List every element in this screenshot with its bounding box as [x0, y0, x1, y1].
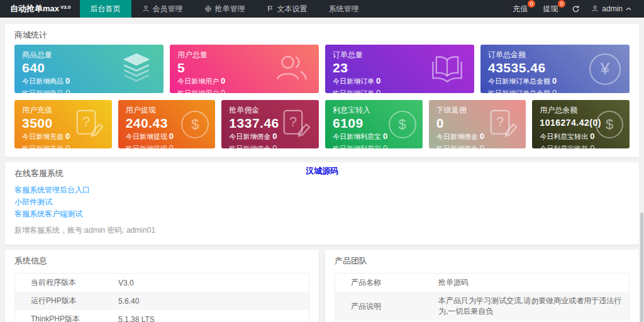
- table-row: 当前程序版本V3.0: [15, 274, 309, 292]
- stats-row-2: 用户充值3500今日新增充值0昨日新增充值0?用户提现240.43今日新增提现0…: [5, 100, 639, 148]
- card-yesterday: 昨日新增佣金0: [436, 143, 519, 148]
- system-info-table: 当前程序版本V3.0运行PHP版本5.6.40ThinkPHP版本5.1.38 …: [14, 273, 309, 322]
- user-icon: [591, 5, 599, 13]
- nav-item-后台首页[interactable]: 后台首页: [80, 0, 131, 18]
- table-row: 产品名称抢单源码: [335, 274, 630, 292]
- nav-item-label: 系统管理: [329, 4, 359, 14]
- row-label: 当前程序版本: [15, 274, 112, 292]
- dollar-circle-icon: $: [596, 111, 623, 138]
- card-yesterday: 昨日新增订单0: [333, 87, 467, 93]
- row-label: ThinkPHP版本: [15, 310, 112, 322]
- nav-item-label: 后台首页: [91, 4, 121, 14]
- recharge-badge: 0: [528, 0, 535, 8]
- stats-panel: 商城统计 商品总量640今日新增商品0昨日新增商品0用户总量5今日新增用户0昨日…: [5, 24, 639, 157]
- service-link[interactable]: 客服系统管理后台入口: [14, 184, 630, 196]
- card-yesterday: 昨日新增订单总金额0: [488, 87, 622, 93]
- table-row: 产品说明本产品只为学习测试交流,请勿要做商业或者用于违法行为,一切后果自负: [335, 292, 630, 321]
- service-link[interactable]: 小部件测试: [14, 196, 630, 208]
- nav-item-抢单管理[interactable]: 抢单管理: [194, 0, 256, 18]
- nav-item-文本设置[interactable]: 文本设置: [256, 0, 318, 18]
- doc-question-icon: ?: [487, 108, 519, 141]
- stat-card-用户总量: 用户总量5今日新增用户0昨日新增用户0: [170, 45, 319, 93]
- dollar-circle-icon: $: [181, 111, 209, 138]
- nav-item-会员管理[interactable]: 会员管理: [131, 0, 194, 18]
- system-info-panel: 系统信息 当前程序版本V3.0运行PHP版本5.6.40ThinkPHP版本5.…: [5, 250, 319, 322]
- row-value: 本产品只为学习测试交流,请勿要做商业或者用于违法行为,一切后果自负: [432, 292, 630, 321]
- doc-question-icon: ?: [280, 108, 313, 141]
- service-panel: 汉城源码 在线客服系统 客服系统管理后台入口小部件测试客服系统客户端测试 新增客…: [5, 162, 639, 245]
- nav-right: 充值 0 提现 0 admin: [506, 0, 644, 18]
- product-team-title: 产品团队: [325, 250, 639, 270]
- scrollbar-thumb[interactable]: [640, 213, 643, 322]
- product-team-table: 产品名称抢单源码产品说明本产品只为学习测试交流,请勿要做商业或者用于违法行为,一…: [335, 273, 630, 322]
- card-yesterday: 昨日新增充值0: [22, 143, 104, 148]
- stats-row-1: 商品总量640今日新增商品0昨日新增商品0用户总量5今日新增用户0昨日新增用户0…: [5, 45, 639, 93]
- card-yesterday: 昨日新增利息宝0: [333, 143, 415, 148]
- flag-icon: [267, 5, 274, 13]
- recharge-button[interactable]: 充值 0: [506, 4, 534, 14]
- helm-icon: [204, 5, 212, 13]
- card-yesterday: 昨日新增提现0: [126, 143, 208, 148]
- nav-item-label: 抢单管理: [215, 4, 245, 14]
- withdraw-label: 提现: [543, 4, 558, 13]
- dollar-circle-icon: $: [389, 111, 416, 138]
- withdraw-badge: 0: [558, 0, 565, 8]
- product-team-panel: 产品团队 产品名称抢单源码产品说明本产品只为学习测试交流,请勿要做商业或者用于违…: [325, 250, 639, 322]
- table-row: 运行PHP版本5.6.40: [15, 292, 309, 310]
- app-version: V3.0: [60, 4, 70, 10]
- page-scrollbar[interactable]: [640, 18, 644, 322]
- row-label: 产品说明: [335, 292, 432, 321]
- yen-circle-icon: ¥: [589, 53, 621, 85]
- withdraw-button[interactable]: 提现 0: [536, 4, 564, 14]
- row-label: 产品名称: [335, 274, 432, 292]
- username: admin: [602, 4, 623, 13]
- svg-text:?: ?: [496, 114, 504, 130]
- svg-text:?: ?: [82, 114, 90, 130]
- stat-card-订单总金额: 订单总金额43535.46今日新增订单总金额0昨日新增订单总金额0¥: [480, 45, 630, 93]
- nav-item-label: 文本设置: [277, 4, 308, 14]
- stat-card-抢单佣金: 抢单佣金1337.46今日新增佣金0昨日新增佣金0?: [221, 100, 319, 148]
- main-content: 商城统计 商品总量640今日新增商品0昨日新增商品0用户总量5今日新增用户0昨日…: [0, 18, 644, 322]
- watermark-text: 汉城源码: [5, 165, 639, 177]
- stat-card-利息宝转入: 利息宝转入6109今日新增利息宝0昨日新增利息宝0$: [325, 100, 423, 148]
- stat-card-用户提现: 用户提现240.43今日新增提现0昨日新增提现0$: [118, 100, 216, 148]
- service-links: 客服系统管理后台入口小部件测试客服系统客户端测试: [5, 183, 639, 220]
- layers-icon: [118, 52, 155, 86]
- stat-card-用户充值: 用户充值3500今日新增充值0昨日新增充值0?: [14, 100, 112, 148]
- caret-up-icon: [626, 7, 631, 11]
- row-value: V3.0: [112, 274, 309, 292]
- system-info-title: 系统信息: [5, 250, 319, 270]
- nav-item-label: 会员管理: [153, 4, 183, 14]
- card-yesterday: 昨日新增商品0: [22, 87, 156, 93]
- bottom-row: 系统信息 当前程序版本V3.0运行PHP版本5.6.40ThinkPHP版本5.…: [5, 250, 639, 322]
- user-menu[interactable]: admin: [587, 4, 635, 13]
- book-icon: [429, 53, 465, 85]
- svg-text:?: ?: [289, 114, 297, 130]
- row-value: 抢单源码: [432, 274, 630, 292]
- stat-card-下级返佣: 下级返佣0今日新增佣金0昨日新增佣金0?: [429, 100, 526, 148]
- stat-card-用户总余额: 用户总余额1016274.42(0)今日利息宝转出0今日利息宝收益0$: [532, 100, 630, 148]
- service-link[interactable]: 客服系统客户端测试: [14, 208, 630, 220]
- card-yesterday: 昨日新增用户0: [177, 87, 311, 93]
- row-label: 运行PHP版本: [15, 292, 112, 310]
- card-yesterday: 昨日新增佣金0: [229, 143, 311, 148]
- top-navbar: 自动抢单max V3.0 后台首页会员管理抢单管理文本设置系统管理 充值 0 提…: [0, 0, 644, 18]
- nav-item-系统管理[interactable]: 系统管理: [318, 0, 370, 18]
- app-title: 自动抢单max: [10, 3, 59, 14]
- recharge-label: 充值: [513, 4, 528, 13]
- service-account-note: 新增客服系统，账号:admin 密码: admin01: [5, 220, 639, 237]
- refresh-icon[interactable]: [567, 5, 585, 13]
- main-nav: 后台首页会员管理抢单管理文本设置系统管理: [80, 0, 370, 18]
- card-yesterday: 今日利息宝收益0: [540, 143, 622, 148]
- app-brand: 自动抢单max V3.0: [0, 0, 80, 18]
- table-row: ThinkPHP版本5.1.38 LTS: [15, 310, 309, 322]
- stat-card-商品总量: 商品总量640今日新增商品0昨日新增商品0: [14, 45, 164, 93]
- stats-title: 商城统计: [5, 24, 639, 45]
- row-value: 5.6.40: [112, 292, 309, 310]
- person-icon: [142, 5, 150, 13]
- stat-card-订单总量: 订单总量23今日新增订单0昨日新增订单0: [325, 45, 474, 93]
- users-icon: [272, 52, 310, 86]
- doc-question-icon: ?: [73, 108, 106, 141]
- row-value: 5.1.38 LTS: [112, 310, 309, 322]
